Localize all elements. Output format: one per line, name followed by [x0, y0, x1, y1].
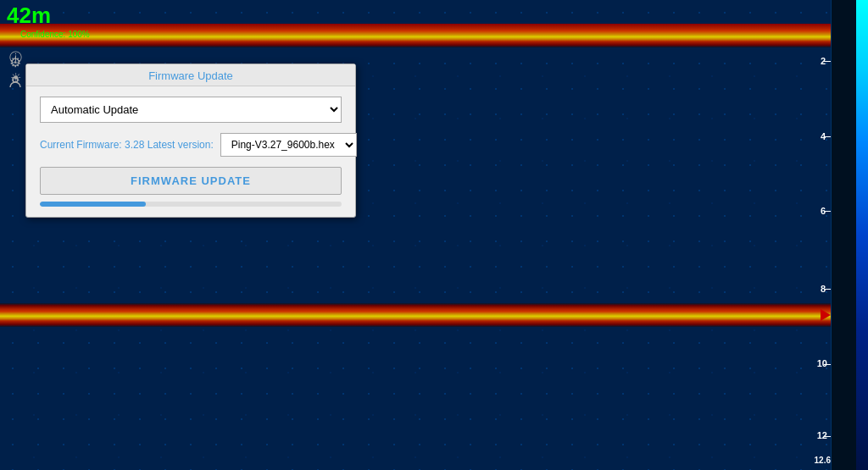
- firmware-dialog-title: Firmware Update: [26, 64, 355, 86]
- firmware-info-row: Current Firmware: 3.28 Latest version: P…: [40, 133, 342, 157]
- update-type-select[interactable]: Automatic Update Manual Update: [40, 97, 342, 123]
- depth-tick-12: [824, 436, 831, 437]
- depth-value-display: 42m: [7, 4, 90, 26]
- depth-tick-2: [824, 61, 831, 62]
- depth-tick-6: [824, 211, 831, 212]
- depth-tick-4: [824, 136, 831, 137]
- firmware-update-button[interactable]: FIRMWARE UPDATE: [40, 167, 342, 195]
- firmware-version-select[interactable]: Ping-V3.27_9600b.hex Ping-V3.28_9600b.he…: [220, 133, 357, 157]
- firmware-progress-bar: [40, 202, 342, 207]
- depth-bar: [856, 0, 868, 470]
- depth-label-12-6: 12.6: [815, 456, 831, 465]
- confidence-display: Confidence: 100%: [20, 30, 90, 39]
- brightness-button[interactable]: ☀: [7, 69, 24, 86]
- update-type-row: Automatic Update Manual Update: [40, 97, 342, 123]
- depth-tick-8: [824, 289, 831, 290]
- depth-label-10: 10: [817, 358, 827, 368]
- sonar-band-top: [0, 24, 831, 47]
- depth-sidebar: [831, 0, 868, 470]
- firmware-dialog: Firmware Update Automatic Update Manual …: [25, 64, 356, 218]
- firmware-dialog-body: Automatic Update Manual Update Current F…: [26, 86, 355, 217]
- depth-arrow-indicator: [821, 309, 831, 321]
- depth-tick-10: [824, 364, 831, 365]
- sonar-band-bottom: [0, 303, 831, 327]
- current-firmware-label: Current Firmware: 3.28 Latest version:: [40, 139, 214, 151]
- depth-label-12: 12: [817, 430, 827, 440]
- info-button[interactable]: ⓘ: [7, 49, 24, 66]
- firmware-progress-fill: [40, 202, 146, 207]
